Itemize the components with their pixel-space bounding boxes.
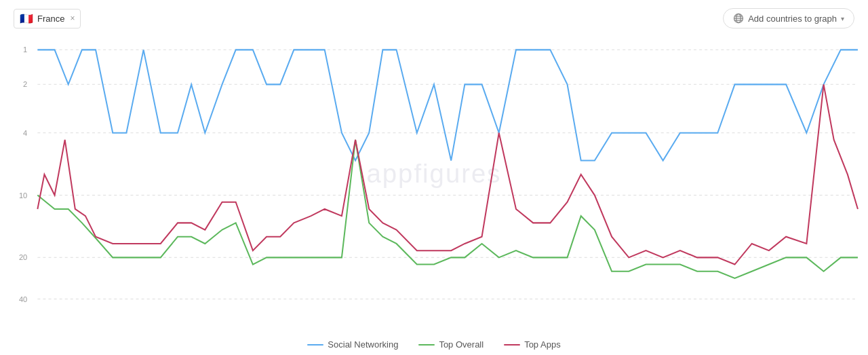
remove-country-button[interactable]: × [70, 14, 75, 23]
top-overall-legend-label: Top Overall [439, 339, 484, 350]
top-apps-legend-line [504, 344, 520, 345]
legend-item-top-overall: Top Overall [418, 339, 484, 350]
svg-text:20: 20 [19, 253, 27, 261]
svg-text:4: 4 [23, 129, 27, 137]
header: 🇫🇷 France × Add countries to graph ▾ [0, 0, 868, 37]
svg-text:appfigures: appfigures [367, 159, 502, 188]
svg-text:10: 10 [19, 191, 27, 200]
top-overall-legend-line [418, 344, 435, 345]
country-name: France [37, 14, 64, 24]
add-countries-label: Add countries to graph [748, 14, 837, 24]
top-apps-legend-label: Top Apps [524, 339, 561, 350]
chart-area: .y-label { font-size: 11px; fill: #999; … [7, 37, 861, 314]
svg-text:1: 1 [23, 45, 27, 54]
social-networking-legend-line [307, 344, 323, 345]
svg-text:40: 40 [19, 295, 27, 303]
country-flag: 🇫🇷 [20, 12, 33, 25]
legend-item-social-networking: Social Networking [307, 339, 398, 350]
add-countries-button[interactable]: Add countries to graph ▾ [723, 8, 854, 29]
social-networking-legend-label: Social Networking [328, 339, 398, 350]
legend: Social Networking Top Overall Top Apps [0, 339, 868, 350]
country-tag[interactable]: 🇫🇷 France × [14, 9, 81, 29]
chart-svg: .y-label { font-size: 11px; fill: #999; … [7, 37, 861, 314]
main-container: 🇫🇷 France × Add countries to graph ▾ .y-… [0, 0, 868, 355]
globe-icon [733, 13, 744, 24]
legend-item-top-apps: Top Apps [504, 339, 561, 350]
social-networking-line [37, 50, 858, 160]
chevron-down-icon: ▾ [841, 15, 844, 22]
svg-text:2: 2 [23, 80, 27, 88]
